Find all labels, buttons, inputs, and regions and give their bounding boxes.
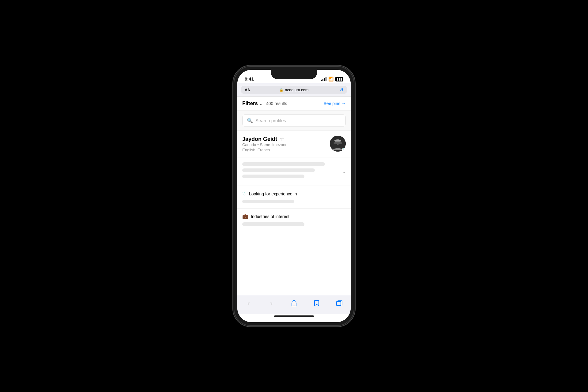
svg-rect-3	[334, 140, 341, 141]
profile-header: Jaydon Geidt ☆ Canada • Same timezone En…	[242, 136, 346, 156]
signal-icon	[321, 77, 326, 81]
profile-name: Jaydon Geidt	[242, 136, 277, 142]
skeleton-line-2	[242, 168, 315, 172]
bookmarks-icon	[314, 300, 320, 307]
results-count: 400 results	[266, 101, 320, 106]
svg-point-1	[335, 139, 341, 145]
profile-languages: English, French	[242, 148, 288, 152]
see-pins-button[interactable]: See pins →	[324, 101, 346, 106]
battery-icon: ▮▮▮	[335, 77, 343, 81]
looking-for-title: Looking for experience in	[249, 191, 297, 196]
expand-chevron-icon[interactable]: ⌄	[342, 169, 346, 175]
filter-bar: Filters ⌄ 400 results See pins →	[237, 97, 351, 111]
wifi-icon: 📶	[328, 77, 334, 81]
url-domain: 🔒 acadium.com	[279, 88, 308, 92]
star-icon[interactable]: ☆	[280, 136, 285, 142]
see-pins-label: See pins	[324, 101, 340, 106]
filters-label: Filters	[242, 100, 258, 107]
profile-info: Jaydon Geidt ☆ Canada • Same timezone En…	[242, 136, 288, 156]
industries-skeleton	[242, 222, 304, 226]
skeleton-line-3	[242, 175, 304, 178]
briefcase-icon: 💼	[242, 213, 248, 219]
refresh-button[interactable]: ↺	[339, 87, 343, 93]
back-button[interactable]: ‹	[242, 298, 255, 308]
avatar	[330, 136, 346, 152]
search-placeholder: Search profiles	[255, 118, 286, 123]
phone-device: 9:41 📶 ▮▮▮ AA 🔒 acadium.com ↺	[234, 67, 354, 325]
aa-label[interactable]: AA	[245, 88, 250, 92]
profile-name-row: Jaydon Geidt ☆	[242, 136, 288, 142]
home-indicator-wrap	[237, 314, 351, 322]
skeleton-line-1	[242, 162, 325, 166]
back-icon: ‹	[247, 299, 250, 307]
see-pins-arrow-icon: →	[341, 101, 346, 106]
search-bar[interactable]: 🔍 Search profiles	[242, 114, 346, 127]
tabs-button[interactable]	[333, 298, 346, 308]
content-area: Filters ⌄ 400 results See pins → 🔍 Searc…	[237, 97, 351, 295]
svg-rect-2	[334, 142, 342, 144]
forward-button[interactable]: ›	[265, 298, 278, 308]
browser-chrome: AA 🔒 acadium.com ↺	[237, 83, 351, 97]
profile-details-section: ⌄	[237, 157, 351, 186]
home-indicator	[274, 315, 314, 317]
lock-icon: 🔒	[279, 88, 284, 92]
share-button[interactable]	[287, 298, 301, 308]
notch	[271, 70, 317, 79]
share-icon	[291, 300, 297, 307]
profile-card[interactable]: Jaydon Geidt ☆ Canada • Same timezone En…	[237, 131, 351, 157]
industries-title: Industries of interest	[251, 214, 289, 219]
browser-toolbar: ‹ ›	[237, 295, 351, 314]
phone-screen: 9:41 📶 ▮▮▮ AA 🔒 acadium.com ↺	[237, 70, 351, 322]
status-time: 9:41	[245, 76, 254, 81]
search-icon: 🔍	[247, 118, 253, 123]
status-icons: 📶 ▮▮▮	[321, 77, 343, 81]
looking-for-header: ♡ Looking for experience in	[242, 191, 346, 197]
profile-location: Canada • Same timezone	[242, 142, 288, 147]
online-indicator	[342, 148, 345, 151]
bookmarks-button[interactable]	[310, 298, 323, 308]
forward-icon: ›	[270, 299, 273, 307]
looking-for-section: ♡ Looking for experience in	[237, 186, 351, 209]
search-section: 🔍 Search profiles	[237, 111, 351, 131]
filters-chevron-icon: ⌄	[259, 101, 262, 106]
looking-for-skeleton	[242, 200, 294, 203]
industries-header: 💼 Industries of interest	[242, 213, 346, 219]
tabs-icon	[336, 300, 342, 306]
svg-rect-4	[337, 301, 341, 306]
industries-section: 💼 Industries of interest	[237, 209, 351, 231]
url-bar[interactable]: AA 🔒 acadium.com ↺	[241, 86, 347, 94]
filters-button[interactable]: Filters ⌄	[242, 100, 262, 107]
heart-icon: ♡	[242, 191, 247, 197]
